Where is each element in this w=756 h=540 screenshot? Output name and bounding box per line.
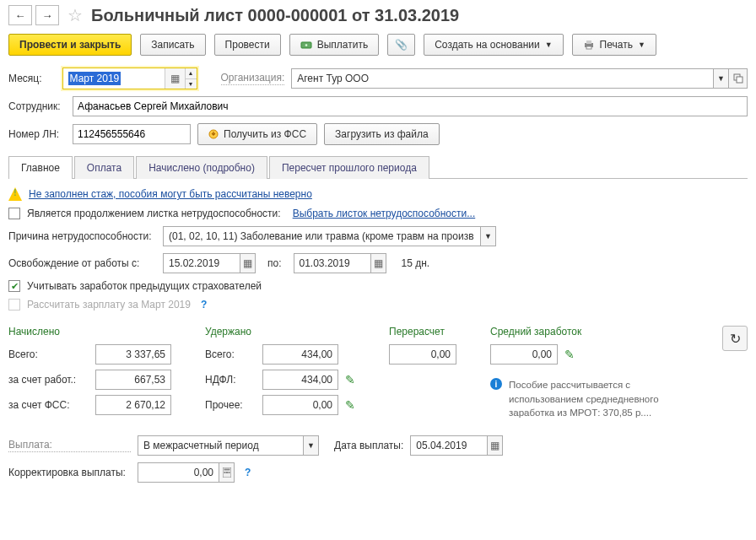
continuation-label: Является продолжением листка нетрудоспос… <box>27 208 281 219</box>
post-and-close-button[interactable]: Провести и закрыть <box>8 34 132 56</box>
load-from-file-button[interactable]: Загрузить из файла <box>324 123 440 145</box>
save-button[interactable]: Записать <box>140 34 205 56</box>
calendar-icon[interactable]: ▦ <box>165 68 185 89</box>
withheld-total-field[interactable]: 434,00 <box>262 344 338 364</box>
toolbar: Провести и закрыть Записать Провести Вып… <box>8 34 748 56</box>
back-button[interactable]: ← <box>8 5 32 25</box>
edit-avg-icon[interactable]: ✎ <box>564 348 575 361</box>
organization-open[interactable] <box>729 68 748 89</box>
refresh-icon: ↻ <box>730 331 741 347</box>
withheld-header: Удержано <box>205 326 355 338</box>
period-days: 15 дн. <box>402 257 430 269</box>
tab-main[interactable]: Главное <box>8 156 73 179</box>
tab-payment[interactable]: Оплата <box>74 156 134 179</box>
month-value: Март 2019 <box>68 72 122 85</box>
help-icon[interactable]: ? <box>201 299 207 310</box>
tabs: Главное Оплата Начислено (подробно) Пере… <box>8 155 748 179</box>
month-down[interactable]: ▼ <box>186 79 197 89</box>
forward-button[interactable]: → <box>35 5 59 25</box>
favorite-star-icon[interactable]: ☆ <box>68 5 83 25</box>
accrued-fss-label: за счет ФСС: <box>8 399 89 411</box>
svg-rect-11 <box>226 472 228 473</box>
recalc-field[interactable]: 0,00 <box>389 344 456 364</box>
warning-link[interactable]: Не заполнен стаж, пособия могут быть рас… <box>29 188 312 200</box>
recalc-header: Перерасчет <box>389 326 456 338</box>
reason-dropdown[interactable]: ▼ <box>481 226 496 246</box>
employee-field[interactable] <box>73 96 748 116</box>
chevron-down-icon: ▼ <box>638 40 645 49</box>
svg-rect-12 <box>228 472 230 473</box>
ln-number-field[interactable] <box>73 124 191 144</box>
reason-field[interactable]: (01, 02, 10, 11) Заболевание или травма … <box>163 226 481 246</box>
period-from-label: Освобождение от работы с: <box>8 257 156 269</box>
recalc-salary-label: Рассчитать зарплату за Март 2019 <box>27 299 191 310</box>
payout-correction-field[interactable]: 0,00 <box>138 462 219 483</box>
ln-number-label: Номер ЛН: <box>8 128 66 140</box>
payout-type-field[interactable]: В межрасчетный период <box>138 435 304 456</box>
svg-rect-3 <box>586 40 591 44</box>
avg-earn-field[interactable]: 0,00 <box>490 344 558 364</box>
withheld-other-field[interactable]: 0,00 <box>262 395 338 415</box>
withheld-ndfl-label: НДФЛ: <box>205 374 256 386</box>
month-label: Месяц: <box>8 73 42 84</box>
accrued-total-field[interactable]: 3 337,65 <box>95 344 171 364</box>
chevron-down-icon: ▼ <box>545 40 553 49</box>
attachment-button[interactable]: 📎 <box>387 34 415 56</box>
withheld-other-label: Прочее: <box>205 399 256 411</box>
edit-other-icon[interactable]: ✎ <box>345 398 355 412</box>
create-based-on-button[interactable]: Создать на основании ▼ <box>424 34 563 56</box>
accrued-employer-label: за счет работ.: <box>8 374 89 386</box>
period-from-field[interactable]: 15.02.2019 <box>163 253 240 273</box>
payout-date-label: Дата выплаты: <box>334 440 403 451</box>
post-button[interactable]: Провести <box>214 34 281 56</box>
printer-icon <box>583 39 595 51</box>
payout-correction-calc[interactable] <box>219 462 235 483</box>
payout-label: Выплата: <box>8 439 131 452</box>
prev-insurers-label: Учитывать заработок предыдущих страховат… <box>27 280 262 292</box>
tab-accrued-detail[interactable]: Начислено (подробно) <box>136 156 267 179</box>
prev-insurers-checkbox[interactable] <box>8 280 20 292</box>
print-button[interactable]: Печать ▼ <box>572 34 656 56</box>
edit-ndfl-icon[interactable]: ✎ <box>345 373 355 386</box>
accrued-employer-field[interactable]: 667,53 <box>95 370 171 390</box>
month-input[interactable]: Март 2019 ▦ ▲ ▼ <box>62 68 197 89</box>
get-from-fss-button[interactable]: Получить из ФСС <box>197 123 317 145</box>
period-from-calendar[interactable]: ▦ <box>240 253 256 273</box>
tab-prev-period-recalc[interactable]: Пересчет прошлого периода <box>269 156 429 179</box>
money-icon <box>300 39 312 51</box>
avg-earn-header: Средний заработок <box>490 326 581 338</box>
accrued-header: Начислено <box>8 326 171 338</box>
warning-icon <box>8 187 22 201</box>
accrued-total-label: Всего: <box>8 348 89 360</box>
organization-field[interactable]: Агент Тур ООО <box>291 68 714 89</box>
pay-button[interactable]: Выплатить <box>289 34 380 56</box>
continuation-checkbox[interactable] <box>8 208 20 219</box>
reason-label: Причина нетрудоспособности: <box>8 230 156 242</box>
payout-correction-label: Корректировка выплаты: <box>8 467 131 478</box>
info-icon: i <box>490 378 502 390</box>
download-icon <box>208 129 219 139</box>
organization-label: Организация: <box>221 72 285 85</box>
period-to-label: по: <box>267 257 282 269</box>
period-to-calendar[interactable]: ▦ <box>371 253 386 273</box>
svg-rect-4 <box>586 46 591 49</box>
choose-ln-link[interactable]: Выбрать листок нетрудоспособности... <box>293 208 476 219</box>
payout-date-field[interactable]: 05.04.2019 <box>410 435 488 456</box>
page-title: Больничный лист 0000-000001 от 31.03.201… <box>91 6 459 25</box>
month-up[interactable]: ▲ <box>186 68 197 79</box>
withheld-ndfl-field[interactable]: 434,00 <box>262 370 338 390</box>
paperclip-icon: 📎 <box>395 39 408 51</box>
organization-dropdown[interactable]: ▼ <box>714 68 729 89</box>
period-to-field[interactable]: 01.03.2019 <box>294 253 371 273</box>
accrued-fss-field[interactable]: 2 670,12 <box>95 395 171 415</box>
create-based-label: Создать на основании <box>435 39 540 51</box>
svg-rect-9 <box>224 469 230 471</box>
payout-type-dropdown[interactable]: ▼ <box>304 435 319 456</box>
recompute-button[interactable]: ↻ <box>722 326 748 351</box>
help-icon[interactable]: ? <box>245 467 251 478</box>
payout-date-calendar[interactable]: ▦ <box>488 435 503 456</box>
svg-rect-6 <box>737 77 742 83</box>
employee-label: Сотрудник: <box>8 100 66 112</box>
svg-point-1 <box>305 44 307 46</box>
avg-info-text: Пособие рассчитывается с использованием … <box>509 378 684 420</box>
